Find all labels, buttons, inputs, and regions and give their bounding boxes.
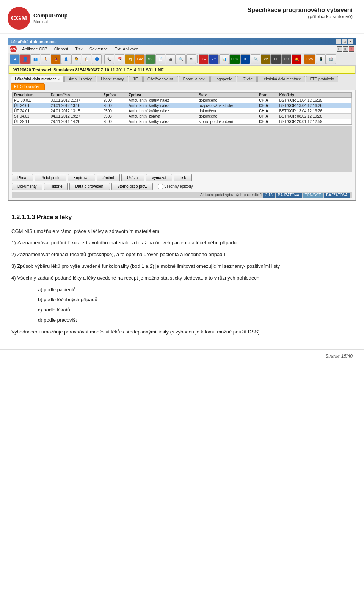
tb-btn-22[interactable]: K [240, 54, 250, 64]
extra-btn-close[interactable]: × [349, 46, 354, 52]
table-row[interactable]: ÚT 29.11.29.11.2011 14:269500Ambulantní … [13, 119, 352, 124]
tab-lakarská-dokumentace2[interactable]: Lékařská dokumentace [257, 76, 305, 82]
paragraph-intro: CGM NIS umožňuje v rámci práce s léčivy … [11, 228, 353, 236]
pridat-button[interactable]: Přidat [12, 174, 33, 181]
tab-ftd-protokoly[interactable]: FTD protokoly [306, 76, 338, 82]
table-cell-3: Ambulantní krátký nález [127, 108, 197, 114]
doc-title-area: Specifikace programového vybavení (přílo… [248, 7, 353, 19]
table-cell-4: storno po dokončení [197, 119, 257, 124]
section-number: 1.2.1.1.3 [11, 214, 35, 220]
tb-btn-3[interactable]: 👥 [30, 54, 40, 64]
tab-lz-vse[interactable]: LZ vše [237, 76, 257, 82]
logo-area: CGM CompuGroup Medical [8, 7, 67, 30]
tb-sep-1 [103, 55, 103, 63]
storno-dat-button[interactable]: Storno dat o prov. [111, 183, 153, 190]
tb-btn-2[interactable] [20, 54, 30, 64]
status-item-num: 3.13 [263, 193, 275, 198]
tab-hospit-zpravy[interactable]: Hospit.zprávy [97, 76, 128, 82]
extra-btn-2[interactable]: ◫ [343, 46, 348, 52]
zmenít-button[interactable]: Změnit [97, 174, 120, 181]
table-row[interactable]: ÚT 24.01.24.01.2012 13:169500Ambulantní … [13, 103, 352, 108]
window-title-bar: Lékařská dokumentace _ □ × [8, 38, 356, 45]
tab-jip[interactable]: JIP [129, 76, 143, 82]
tb-btn-pms[interactable]: PMS [304, 54, 315, 64]
tisk-button[interactable]: Tisk [174, 174, 192, 181]
paragraph-2: 2) Zaznamenávat ordinaci receptů (preskr… [11, 251, 353, 259]
table-row[interactable]: ÚT 24.01.24.01.2012 13:159500Ambulantní … [13, 108, 352, 114]
tb-btn-8[interactable]: 📋 [82, 54, 91, 64]
tb-btn-19[interactable]: ZF [199, 54, 209, 64]
table-cell-0: ST 04.01. [13, 114, 49, 119]
window-extra-buttons: □ ◫ × [337, 46, 354, 52]
page-number: Strana: 15/40 [325, 354, 353, 359]
tb-btn-25[interactable]: 📱 [316, 54, 326, 64]
col-den: Den/datum [13, 93, 49, 98]
vymazat-button[interactable]: Vymazat [146, 174, 172, 181]
col-kdokdy: Kdo/kdy [278, 93, 351, 98]
ukazat-button[interactable]: Ukázat [121, 174, 144, 181]
sub-tab-ftd-doporuceni[interactable]: FTD doporučení [11, 83, 45, 90]
table-row[interactable]: ST 04.01.04.01.2012 19:279503Ambulantní … [13, 114, 352, 119]
table-row[interactable]: PO 30.01.30.01.2012 21:379500Ambulantní … [13, 98, 352, 103]
tab-lakarská-dokumentace[interactable]: Lékařská dokumentace [11, 76, 64, 82]
screenshot-container: Lékařská dokumentace _ □ × CGM Aplikace … [8, 38, 356, 201]
list-item-c: c) podle lékařů [11, 306, 353, 314]
tb-btn-12[interactable]: Dg [125, 54, 135, 64]
maximize-button[interactable]: □ [342, 39, 347, 44]
pridat-podle-button[interactable]: Přidat podle [35, 174, 66, 181]
minimize-button[interactable]: _ [336, 39, 341, 44]
tb-btn-10[interactable]: 📞 [104, 54, 114, 64]
table-cell-1: 04.01.2012 19:27 [49, 114, 102, 119]
all-episodes-checkbox[interactable] [158, 184, 163, 189]
action-buttons-row1: Přidat Přidat podle Kopírovat Změnit Uká… [12, 173, 352, 182]
tb-btn-24[interactable]: 🔔 [292, 54, 301, 64]
col-stav: Stav [197, 93, 257, 98]
tb-btn-drg[interactable]: DRG [229, 54, 240, 64]
close-button[interactable]: × [348, 39, 353, 44]
menu-cinnost[interactable]: Činnost [51, 46, 71, 52]
tb-btn-5[interactable]: 🤰 [51, 54, 61, 64]
tab-osetrov-dokum[interactable]: Ošetřov.dokum. [143, 76, 178, 82]
tb-btn-9[interactable]: 🔵 [92, 54, 102, 64]
table-cell-5: CHIA [257, 119, 278, 124]
tb-btn-11[interactable]: 📅 [115, 54, 124, 64]
tb-btn-16[interactable]: 🖨 [166, 54, 176, 64]
status-item-trnbst: TRN/BST [303, 193, 323, 198]
menu-aplikace[interactable]: Aplikace CC3 [19, 46, 50, 52]
table-cell-4: dokončeno [197, 98, 257, 103]
tb-btn-7[interactable]: 🧑‍⚕️ [71, 54, 81, 64]
paragraph-1: 1) Zaznamenávat podání léku a zdravotníh… [11, 239, 353, 247]
menu-tisk[interactable]: Tisk [72, 46, 86, 52]
table-cell-1: 24.01.2012 13:15 [49, 108, 102, 114]
tab-porod-a-nov[interactable]: Porod. a nov. [179, 76, 210, 82]
historie-button[interactable]: Historie [44, 183, 68, 190]
tb-btn-21[interactable]: 📊 [219, 54, 229, 64]
tb-btn-20[interactable]: ZC [209, 54, 219, 64]
tb-btn-17[interactable]: 🔍 [176, 54, 186, 64]
menu-ext-aplikace[interactable]: Ext. Aplikace [111, 46, 141, 52]
tb-btn-4[interactable]: 🚶 [41, 54, 50, 64]
tb-btn-18[interactable]: ⚙ [186, 54, 196, 64]
tb-btn-1[interactable]: ◀ [10, 54, 20, 64]
tab-ambul-zpravy[interactable]: Ambul.zprávy [64, 76, 96, 82]
checkbox-all-episodes[interactable]: Všechny epizody [158, 184, 193, 189]
tb-btn-vp[interactable]: VP [261, 54, 271, 64]
tb-btn-23[interactable]: 📎 [251, 54, 260, 64]
extra-btn-1[interactable]: □ [337, 46, 342, 52]
tb-btn-26[interactable]: 🏥 [326, 54, 336, 64]
tb-btn-14[interactable]: NV [145, 54, 155, 64]
tb-btn-ep[interactable]: EP [271, 54, 281, 64]
tb-btn-13[interactable]: Lék [135, 54, 145, 64]
menu-sekvence[interactable]: Sekvence [86, 46, 111, 52]
tb-btn-15[interactable]: 📄 [155, 54, 165, 64]
tb-btn-6[interactable]: 👤 [61, 54, 71, 64]
table-cell-4: dokončeno [197, 114, 257, 119]
tab-logopedie[interactable]: Logopedie [210, 76, 237, 82]
kopirovat-button[interactable]: Kopírovat [68, 174, 96, 181]
dokumenty-button[interactable]: Dokumenty [12, 183, 42, 190]
window-title: Lékařská dokumentace [11, 39, 57, 44]
tb-btn-ou[interactable]: OU [281, 54, 291, 64]
table-cell-1: 29.11.2011 14:26 [49, 119, 102, 124]
data-o-provedeni-button[interactable]: Data o provedení [69, 183, 110, 190]
window-controls[interactable]: _ □ × [336, 39, 353, 44]
